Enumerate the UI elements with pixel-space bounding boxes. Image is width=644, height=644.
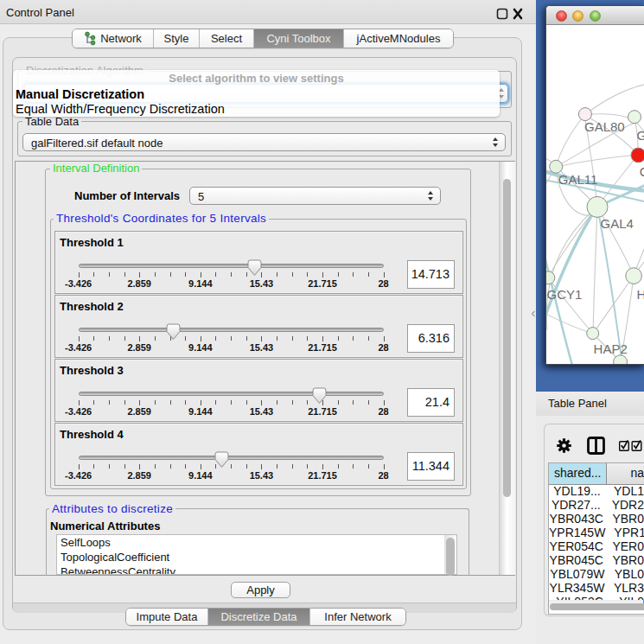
svg-text:GCY1: GCY1 <box>547 287 583 302</box>
svg-text:GAL4: GAL4 <box>601 216 634 231</box>
svg-text:C: C <box>640 164 644 179</box>
svg-text:HA: HA <box>637 287 644 302</box>
svg-text:HAP2: HAP2 <box>594 341 628 356</box>
svg-text:GA: GA <box>637 128 644 143</box>
svg-text:GAL80: GAL80 <box>584 119 625 134</box>
svg-text:GAL11: GAL11 <box>558 172 598 187</box>
